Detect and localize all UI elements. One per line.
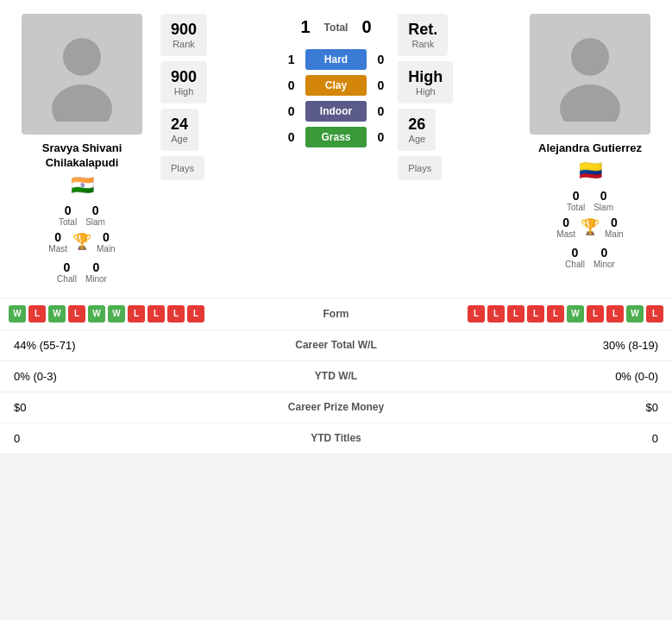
right-chall-label: Chall bbox=[565, 260, 585, 269]
form-badge-left: L bbox=[128, 305, 145, 323]
indoor-row: 0 Indoor 0 bbox=[283, 101, 390, 122]
form-badge-left: L bbox=[148, 305, 165, 323]
clay-score-right: 0 bbox=[372, 78, 389, 92]
right-player-avatar bbox=[530, 14, 650, 135]
hard-badge: Hard bbox=[305, 49, 367, 70]
svg-point-3 bbox=[560, 85, 620, 122]
left-player-col: Sravya Shivani Chilakalapudi 🇮🇳 0 Total … bbox=[9, 14, 155, 284]
grass-score-right: 0 bbox=[372, 130, 389, 144]
right-total-label: Total bbox=[567, 203, 585, 212]
left-chall-label: Chall bbox=[57, 274, 77, 284]
left-main-stat: 0 Main bbox=[97, 230, 116, 254]
left-slam-label: Slam bbox=[85, 217, 105, 227]
grass-score-left: 0 bbox=[283, 130, 300, 144]
right-slam-value: 0 bbox=[600, 189, 607, 203]
left-minor-value: 0 bbox=[93, 260, 100, 274]
stats-right-value: 0 bbox=[423, 432, 659, 445]
left-chall-value: 0 bbox=[64, 260, 71, 274]
form-badge-right: W bbox=[567, 305, 584, 323]
right-total-value: 0 bbox=[573, 189, 580, 203]
right-age-value: 26 bbox=[408, 116, 425, 134]
clay-row: 0 Clay 0 bbox=[283, 75, 390, 96]
left-rank-label: Rank bbox=[171, 39, 197, 49]
left-slam-stat: 0 Slam bbox=[85, 204, 105, 227]
form-badge-left: W bbox=[48, 305, 66, 323]
right-player-flag: 🇨🇴 bbox=[579, 160, 602, 182]
right-mast-stat: 0 Mast bbox=[556, 216, 575, 239]
left-main-value: 0 bbox=[103, 230, 110, 244]
left-rank-value: 900 bbox=[171, 21, 197, 39]
form-badge-left: W bbox=[88, 305, 105, 323]
right-trophy-icon: 🏆 bbox=[581, 217, 600, 236]
svg-point-0 bbox=[63, 38, 101, 76]
right-player-col: Alejandra Gutierrez 🇨🇴 0 Total 0 Slam 0 … bbox=[517, 14, 663, 284]
total-score-right: 0 bbox=[361, 17, 371, 37]
stats-right-value: 30% (8-19) bbox=[423, 339, 659, 352]
right-slam-stat: 0 Slam bbox=[593, 189, 613, 212]
form-badge-left: L bbox=[68, 305, 85, 323]
stats-center-label: YTD Titles bbox=[250, 432, 423, 444]
indoor-score-left: 0 bbox=[283, 104, 300, 118]
left-stats-area: 900 Rank 900 High 24 Age Plays bbox=[160, 14, 274, 284]
form-badge-right: L bbox=[606, 305, 624, 323]
total-label: Total bbox=[324, 22, 349, 34]
form-badge-right: L bbox=[646, 305, 663, 323]
stats-data-row: $0 Career Prize Money $0 bbox=[0, 392, 672, 423]
stats-right-value: $0 bbox=[423, 401, 659, 414]
right-mast-label: Mast bbox=[556, 229, 575, 239]
indoor-badge: Indoor bbox=[305, 101, 367, 122]
left-age-value: 24 bbox=[171, 116, 188, 134]
hard-score-right: 0 bbox=[372, 53, 389, 66]
form-badges-left: WLWLWWLLLL bbox=[9, 305, 293, 323]
stats-data-row: 0 YTD Titles 0 bbox=[0, 423, 672, 454]
right-slam-label: Slam bbox=[593, 203, 613, 212]
left-player-avatar bbox=[22, 14, 142, 135]
left-high-label: High bbox=[171, 86, 197, 97]
left-plays-value: Plays bbox=[171, 163, 194, 173]
form-badges-right: LLLLLWLLWL bbox=[380, 305, 664, 323]
left-high-value: 900 bbox=[171, 68, 197, 86]
left-minor-stat: 0 Minor bbox=[85, 260, 107, 284]
form-badge-right: L bbox=[547, 305, 564, 323]
left-mast-value: 0 bbox=[54, 230, 61, 244]
left-trophy-icon: 🏆 bbox=[72, 232, 91, 251]
left-high-box: 900 High bbox=[160, 61, 207, 103]
stats-data-row: 44% (55-71) Career Total W/L 30% (8-19) bbox=[0, 330, 672, 361]
left-age-box: 24 Age bbox=[160, 109, 198, 151]
stats-left-value: $0 bbox=[14, 401, 250, 414]
left-plays-box: Plays bbox=[160, 156, 204, 180]
right-minor-label: Minor bbox=[593, 260, 615, 269]
left-rank-box: 900 Rank bbox=[160, 14, 207, 56]
right-rank-value: Ret. bbox=[408, 21, 437, 39]
hard-score-left: 1 bbox=[283, 53, 300, 66]
right-main-label: Main bbox=[605, 229, 624, 239]
stats-left-value: 0% (0-3) bbox=[14, 370, 250, 383]
indoor-score-right: 0 bbox=[372, 104, 389, 118]
right-mast-value: 0 bbox=[562, 216, 569, 229]
right-main-stat: 0 Main bbox=[605, 216, 624, 239]
right-rank-box: Ret. Rank bbox=[398, 14, 448, 56]
stats-center-label: YTD W/L bbox=[250, 370, 423, 382]
left-player-stats: 0 Total 0 Slam bbox=[59, 204, 105, 227]
svg-point-2 bbox=[571, 38, 609, 76]
stats-right-value: 0% (0-0) bbox=[423, 370, 659, 383]
right-chall-stat: 0 Chall bbox=[565, 246, 585, 269]
form-label: Form bbox=[293, 308, 380, 320]
left-age-label: Age bbox=[171, 134, 188, 144]
left-trophy-row: 0 Mast 🏆 0 Main bbox=[48, 230, 115, 254]
right-player-stats2: 0 Chall 0 Minor bbox=[565, 246, 615, 269]
form-badge-right: L bbox=[587, 305, 604, 323]
form-badge-left: W bbox=[9, 305, 26, 323]
right-minor-value: 0 bbox=[601, 246, 608, 260]
grass-badge: Grass bbox=[305, 127, 367, 147]
clay-score-left: 0 bbox=[283, 78, 300, 92]
left-main-label: Main bbox=[97, 244, 116, 254]
right-high-value: High bbox=[408, 68, 443, 86]
right-chall-value: 0 bbox=[572, 246, 579, 260]
stats-left-value: 0 bbox=[14, 432, 250, 445]
right-stats-area: Ret. Rank High High 26 Age Plays bbox=[398, 14, 512, 284]
form-badge-left: L bbox=[167, 305, 185, 323]
left-chall-stat: 0 Chall bbox=[57, 260, 77, 284]
total-score-left: 1 bbox=[300, 17, 310, 37]
stats-left-value: 44% (55-71) bbox=[14, 339, 250, 352]
